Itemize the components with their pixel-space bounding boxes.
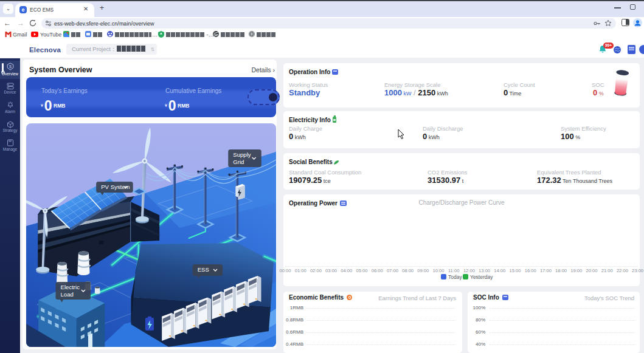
svg-text:Load: Load	[61, 292, 74, 298]
svg-text:Supply: Supply	[233, 152, 251, 159]
svg-text:PV System: PV System	[101, 184, 130, 191]
svg-text:Electric: Electric	[61, 284, 80, 291]
svg-text:$: $	[9, 64, 12, 69]
svg-text:ESS: ESS	[198, 267, 209, 273]
svg-text:Grid: Grid	[233, 159, 244, 166]
